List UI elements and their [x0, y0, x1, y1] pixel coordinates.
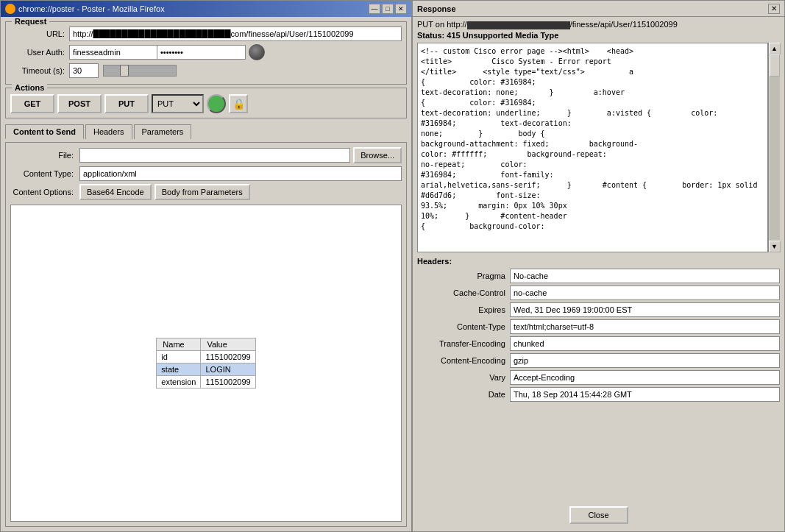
- header-value: Accept-Encoding: [510, 370, 780, 385]
- header-row: DateThu, 18 Sep 2014 15:44:28 GMT: [417, 387, 780, 402]
- tab-content-to-send[interactable]: Content to Send: [5, 124, 84, 139]
- request-section: Request URL: User Auth: Timeout (s):: [5, 21, 407, 85]
- url-label: URL:: [10, 29, 69, 38]
- header-value: chunked: [510, 336, 780, 351]
- tab-content-area: File: Browse... Content Type: Content Op…: [5, 142, 407, 527]
- scroll-thumb[interactable]: [770, 54, 780, 77]
- put-url: PUT on http:///finesse/api/User/11510020…: [417, 20, 780, 29]
- content-type-input[interactable]: [79, 166, 402, 181]
- url-input[interactable]: [69, 26, 402, 41]
- base64-encode-button[interactable]: Base64 Encode: [79, 184, 152, 200]
- content-options-row: Content Options: Base64 Encode Body from…: [10, 184, 402, 200]
- actions-row: GET POST PUT GET POST PUT DELETE 🔒: [10, 94, 402, 113]
- headers-label: Headers:: [417, 257, 780, 266]
- close-button[interactable]: Close: [569, 506, 628, 524]
- header-name: Expires: [417, 305, 505, 314]
- response-title-bar: Response ✕: [413, 1, 784, 17]
- response-scrollbar[interactable]: ▲ ▼: [768, 43, 780, 252]
- put-prefix: PUT on http://: [417, 20, 467, 29]
- get-button[interactable]: GET: [10, 94, 54, 113]
- parameters-table: Name Value id1151002099stateLOGINextensi…: [156, 338, 255, 389]
- go-button[interactable]: [207, 94, 226, 113]
- response-title: Response: [417, 4, 456, 13]
- header-name: Transfer-Encoding: [417, 339, 505, 348]
- title-bar: chrome://poster - Poster - Mozilla Firef…: [1, 1, 411, 17]
- header-row: Cache-Controlno-cache: [417, 285, 780, 300]
- header-value: no-cache: [510, 285, 780, 300]
- title-bar-left: chrome://poster - Poster - Mozilla Firef…: [5, 4, 165, 14]
- method-select[interactable]: GET POST PUT DELETE: [152, 94, 204, 113]
- header-name: Vary: [417, 373, 505, 382]
- header-name: Cache-Control: [417, 288, 505, 297]
- headers-section: Headers: PragmaNo-cacheCache-Controlno-c…: [417, 257, 780, 502]
- param-value: 1151002099: [201, 351, 255, 363]
- param-value: LOGIN: [201, 363, 255, 376]
- param-name: state: [157, 363, 201, 376]
- actions-legend: Actions: [12, 83, 47, 92]
- tab-parameters[interactable]: Parameters: [134, 124, 192, 139]
- poster-content: Request URL: User Auth: Timeout (s):: [1, 17, 411, 531]
- col-value: Value: [201, 338, 255, 351]
- user-auth-row: User Auth:: [10, 44, 402, 60]
- auth-button[interactable]: [249, 44, 265, 60]
- request-legend: Request: [12, 17, 49, 26]
- timeout-row: Timeout (s):: [10, 63, 402, 78]
- scroll-up-arrow[interactable]: ▲: [769, 43, 781, 54]
- response-close-icon[interactable]: ✕: [768, 4, 780, 14]
- file-input-box: [79, 148, 350, 163]
- browser-icon: [5, 4, 15, 14]
- header-row: VaryAccept-Encoding: [417, 370, 780, 385]
- headers-list: PragmaNo-cacheCache-Controlno-cacheExpir…: [417, 269, 780, 402]
- method-select-wrap: GET POST PUT DELETE: [152, 94, 204, 113]
- tab-headers[interactable]: Headers: [85, 124, 132, 139]
- col-name: Name: [157, 338, 201, 351]
- password-input[interactable]: [157, 45, 246, 60]
- header-name: Content-Encoding: [417, 356, 505, 365]
- timeout-input[interactable]: [69, 63, 99, 78]
- scroll-down-arrow[interactable]: ▼: [769, 241, 781, 252]
- header-name: Date: [417, 390, 505, 399]
- url-redacted-block: [467, 21, 570, 29]
- timeout-label: Timeout (s):: [10, 66, 69, 75]
- header-row: Transfer-Encodingchunked: [417, 336, 780, 351]
- table-row[interactable]: stateLOGIN: [157, 363, 255, 376]
- file-row: File: Browse...: [10, 147, 402, 163]
- url-row: URL:: [10, 26, 402, 41]
- header-row: Content-Typetext/html;charset=utf-8: [417, 319, 780, 334]
- param-name: id: [157, 351, 201, 363]
- table-row[interactable]: id1151002099: [157, 351, 255, 363]
- post-button[interactable]: POST: [57, 94, 102, 113]
- header-value: text/html;charset=utf-8: [510, 319, 780, 334]
- username-input[interactable]: [69, 45, 157, 60]
- param-name: extension: [157, 376, 201, 389]
- header-row: Content-Encodinggzip: [417, 353, 780, 368]
- put-button[interactable]: PUT: [104, 94, 149, 113]
- header-value: Wed, 31 Dec 1969 19:00:00 EST: [510, 302, 780, 317]
- response-content-area: PUT on http:///finesse/api/User/11510020…: [413, 17, 784, 531]
- user-auth-label: User Auth:: [10, 48, 69, 57]
- scroll-track: [770, 54, 780, 241]
- minimize-button[interactable]: —: [369, 4, 380, 14]
- response-panel: Response ✕ PUT on http:///finesse/api/Us…: [412, 0, 785, 532]
- body-area: Name Value id1151002099stateLOGINextensi…: [10, 205, 402, 522]
- table-row[interactable]: extension1151002099: [157, 376, 255, 389]
- content-type-label: Content Type:: [10, 169, 77, 178]
- lock-button[interactable]: 🔒: [229, 94, 248, 113]
- header-row: ExpiresWed, 31 Dec 1969 19:00:00 EST: [417, 302, 780, 317]
- header-value: Thu, 18 Sep 2014 15:44:28 GMT: [510, 387, 780, 402]
- content-type-row: Content Type:: [10, 166, 402, 181]
- file-label: File:: [10, 151, 77, 160]
- response-body[interactable]: <!-- custom Cisco error page --><html> <…: [417, 43, 768, 252]
- window-controls: — □ ✕: [369, 4, 407, 14]
- close-window-button[interactable]: ✕: [395, 4, 407, 14]
- header-value: gzip: [510, 353, 780, 368]
- browse-button[interactable]: Browse...: [353, 147, 402, 163]
- timeout-slider[interactable]: [103, 65, 177, 77]
- header-row: PragmaNo-cache: [417, 269, 780, 283]
- maximize-button[interactable]: □: [382, 4, 394, 14]
- param-value: 1151002099: [201, 376, 255, 389]
- body-from-parameters-button[interactable]: Body from Parameters: [154, 184, 250, 200]
- header-name: Pragma: [417, 272, 505, 280]
- close-btn-wrap: Close: [417, 502, 780, 528]
- header-value: No-cache: [510, 269, 780, 283]
